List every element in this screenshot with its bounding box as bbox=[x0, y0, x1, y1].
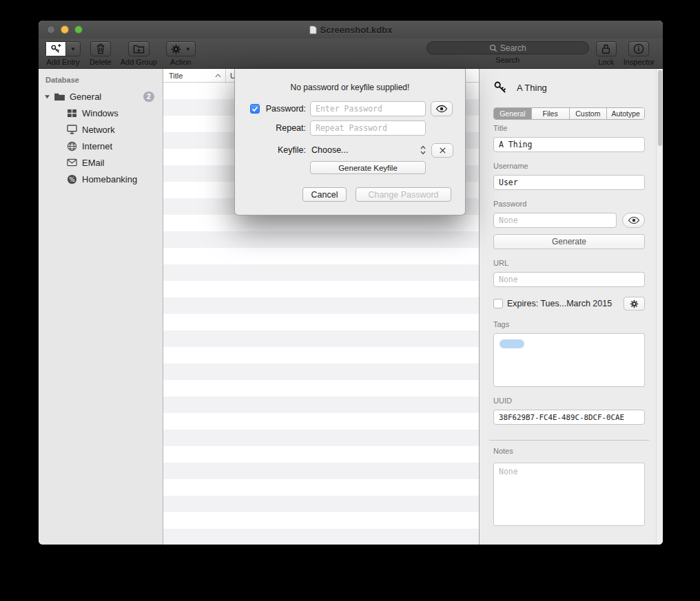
reveal-password-button[interactable] bbox=[622, 213, 645, 228]
gear-icon bbox=[630, 299, 639, 308]
inspector-button[interactable] bbox=[628, 41, 649, 56]
minimize-button[interactable] bbox=[61, 25, 69, 34]
inspector-panel: A Thing General Files Custom Autotype Ti… bbox=[480, 69, 663, 545]
inspector-label: Inspector bbox=[624, 58, 655, 66]
sidebar-item-label: General bbox=[70, 92, 101, 102]
cancel-button[interactable]: Cancel bbox=[302, 187, 347, 202]
generate-button[interactable]: Generate bbox=[493, 234, 645, 249]
username-field[interactable] bbox=[493, 175, 645, 190]
scrollbar-thumb[interactable] bbox=[658, 70, 662, 146]
trash-icon bbox=[92, 42, 110, 56]
password-row: Password: bbox=[235, 101, 465, 116]
lock-button[interactable] bbox=[596, 41, 617, 56]
app-window: Screenshot.kdbx ▼ Add Entry Delete bbox=[39, 21, 663, 545]
disclosure-triangle-icon[interactable] bbox=[43, 94, 51, 99]
title-label: Title bbox=[493, 124, 645, 132]
username-label: Username bbox=[493, 162, 645, 170]
add-group-tool: Add Group bbox=[121, 41, 157, 66]
password-label: Password bbox=[493, 200, 645, 208]
search-placeholder: Search bbox=[500, 43, 526, 53]
sidebar-item-windows[interactable]: Windows bbox=[39, 105, 163, 121]
add-entry-tool: ▼ Add Entry bbox=[45, 41, 81, 66]
lock-tool: Lock bbox=[596, 41, 617, 66]
search-input[interactable]: Search bbox=[426, 41, 589, 54]
inspector-scrollbar[interactable] bbox=[656, 69, 663, 545]
sort-ascending-icon bbox=[215, 74, 221, 78]
expires-settings-button[interactable] bbox=[624, 297, 645, 310]
url-field[interactable] bbox=[493, 272, 645, 287]
sidebar-item-internet[interactable]: Internet bbox=[39, 138, 163, 154]
add-entry-label: Add Entry bbox=[46, 58, 79, 66]
expires-label: Expires: Tues...March 2015 bbox=[507, 299, 624, 308]
zoom-button[interactable] bbox=[74, 25, 83, 34]
change-password-sheet: No password or keyfile supplied! Passwor… bbox=[234, 69, 466, 215]
password-row bbox=[493, 213, 645, 228]
add-entry-button[interactable]: ▼ bbox=[45, 41, 81, 56]
delete-button[interactable] bbox=[90, 41, 111, 56]
window-title: Screenshot.kdbx bbox=[309, 25, 393, 35]
sidebar-item-label: Internet bbox=[82, 141, 112, 151]
chevron-down-icon: ▼ bbox=[70, 46, 76, 52]
expires-checkbox[interactable] bbox=[493, 299, 503, 308]
add-entry-dropdown[interactable]: ▼ bbox=[66, 42, 80, 56]
titlebar[interactable]: Screenshot.kdbx bbox=[39, 21, 663, 39]
sidebar-item-homebanking[interactable]: % Homebanking bbox=[39, 171, 163, 187]
action-button[interactable]: ▼ bbox=[166, 41, 196, 56]
envelope-icon bbox=[66, 157, 78, 168]
tab-files[interactable]: Files bbox=[532, 108, 570, 119]
tag-pill[interactable] bbox=[500, 339, 524, 348]
toolbar: ▼ Add Entry Delete Add Group bbox=[39, 39, 663, 69]
close-icon bbox=[439, 147, 446, 154]
tab-general[interactable]: General bbox=[494, 108, 532, 119]
delete-label: Delete bbox=[90, 58, 112, 66]
password-field[interactable] bbox=[493, 213, 617, 228]
sidebar-item-network[interactable]: Network bbox=[39, 121, 163, 138]
uuid-label: UUID bbox=[493, 397, 645, 405]
password-checkbox[interactable] bbox=[250, 104, 260, 114]
add-group-button[interactable] bbox=[128, 41, 150, 56]
section-divider bbox=[489, 440, 649, 441]
reveal-password-button[interactable] bbox=[431, 101, 453, 116]
delete-tool: Delete bbox=[90, 41, 112, 66]
repeat-password-field[interactable] bbox=[310, 120, 426, 136]
stepper-icon bbox=[420, 145, 426, 155]
sidebar-item-email[interactable]: EMail bbox=[39, 154, 163, 171]
sidebar-item-label: EMail bbox=[82, 158, 105, 168]
change-password-button[interactable]: Change Password bbox=[356, 187, 451, 202]
close-button[interactable] bbox=[47, 25, 55, 34]
entry-header: A Thing bbox=[493, 77, 645, 98]
sidebar: Database General 2 Windows bbox=[39, 69, 163, 545]
monitor-icon bbox=[66, 124, 78, 135]
sidebar-item-label: Windows bbox=[82, 108, 119, 118]
sidebar-item-label: Network bbox=[82, 125, 115, 135]
tab-autotype[interactable]: Autotype bbox=[607, 108, 644, 119]
title-field[interactable] bbox=[493, 137, 645, 152]
keyfile-value: Choose... bbox=[310, 145, 420, 155]
tags-box[interactable] bbox=[493, 333, 645, 387]
notes-field[interactable] bbox=[493, 463, 645, 526]
gear-icon bbox=[167, 42, 185, 56]
inspector-tabs: General Files Custom Autotype bbox=[493, 107, 645, 120]
sidebar-item-general[interactable]: General 2 bbox=[39, 88, 163, 105]
expires-row: Expires: Tues...March 2015 bbox=[493, 297, 645, 310]
key-icon bbox=[493, 81, 508, 95]
generate-keyfile-row: Generate Keyfile bbox=[235, 161, 465, 174]
inspector-tool: Inspector bbox=[624, 41, 655, 66]
uuid-field[interactable] bbox=[493, 410, 645, 425]
action-tool: ▼ Action bbox=[166, 41, 196, 66]
group-count-badge: 2 bbox=[143, 92, 154, 102]
folder-plus-icon bbox=[129, 42, 149, 56]
tab-custom[interactable]: Custom bbox=[570, 108, 608, 119]
generate-keyfile-button[interactable]: Generate Keyfile bbox=[310, 161, 426, 174]
column-header-title[interactable]: Title bbox=[163, 69, 226, 82]
chevron-down-icon: ▼ bbox=[185, 46, 191, 52]
repeat-row: Repeat: bbox=[235, 120, 465, 136]
search-tool: Search Search bbox=[426, 41, 589, 64]
clear-keyfile-button[interactable] bbox=[431, 143, 453, 158]
entry-title: A Thing bbox=[517, 83, 547, 93]
percent-icon: % bbox=[66, 173, 78, 184]
enter-password-field[interactable] bbox=[310, 101, 426, 116]
lock-icon bbox=[597, 42, 615, 56]
tags-label: Tags bbox=[493, 320, 645, 328]
keyfile-pulldown[interactable]: Choose... bbox=[310, 143, 426, 158]
